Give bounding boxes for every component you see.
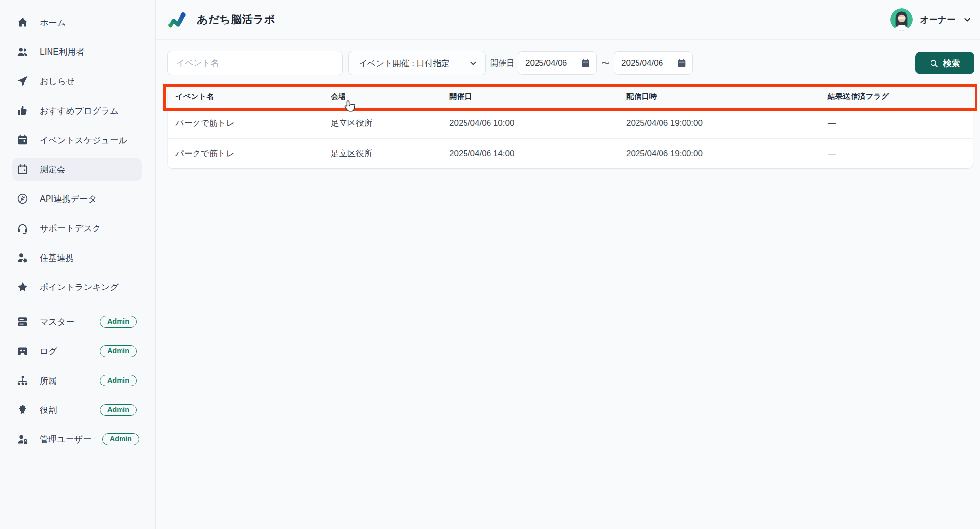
select-value: イベント開催 : 日付指定	[359, 58, 450, 69]
column-header-delivery-datetime[interactable]: 配信日時	[618, 92, 820, 102]
send-icon	[16, 75, 29, 88]
sidebar-item-label: ホーム	[40, 17, 66, 28]
sidebar-item-master[interactable]: マスター Admin	[0, 307, 148, 337]
cell-venue: 足立区役所	[323, 148, 441, 159]
cell-delivery-datetime: 2025/04/06 19:00:00	[618, 149, 820, 159]
sidebar-item-admin-users[interactable]: 管理ユーザー Admin	[0, 425, 148, 454]
home-icon	[16, 16, 29, 29]
calendar-small-icon	[677, 58, 686, 68]
sidebar: ホーム LINE利用者 おしらせ	[0, 0, 156, 529]
star-icon	[16, 281, 29, 293]
sidebar-item-log[interactable]: ログ Admin	[0, 337, 148, 366]
sidebar-item-label: サポートデスク	[40, 222, 101, 234]
cell-open-date: 2025/04/06 14:00	[441, 149, 618, 159]
column-header-open-date[interactable]: 開催日	[441, 92, 618, 102]
sidebar-item-line-users[interactable]: LINE利用者	[0, 37, 148, 67]
date-from-value: 2025/04/06	[525, 58, 567, 68]
sidebar-item-label: 住基連携	[40, 252, 74, 264]
date-range-separator: 〜	[601, 58, 610, 69]
sidebar-item-label: マスター	[40, 316, 74, 328]
admin-badge: Admin	[102, 433, 139, 445]
event-open-select[interactable]: イベント開催 : 日付指定	[348, 51, 486, 75]
users-icon	[16, 46, 29, 58]
user-role-label: オーナー	[920, 14, 956, 25]
sidebar-item-label: 所属	[40, 375, 57, 386]
sidebar-item-support-desk[interactable]: サポートデスク	[0, 214, 148, 243]
table-row[interactable]: パークで筋トレ 足立区役所 2025/04/06 14:00 2025/04/0…	[168, 138, 973, 168]
table-row[interactable]: パークで筋トレ 足立区役所 2025/04/06 10:00 2025/04/0…	[168, 108, 973, 138]
plug-icon	[16, 192, 29, 205]
sidebar-divider	[9, 305, 147, 305]
sidebar-item-affiliation[interactable]: 所属 Admin	[0, 366, 148, 395]
column-header-venue[interactable]: 会場	[323, 92, 441, 102]
admin-badge: Admin	[100, 375, 137, 386]
cell-result-sent-flag: —	[820, 149, 973, 159]
app-window: ホーム LINE利用者 おしらせ	[0, 0, 980, 529]
chevron-down-icon	[962, 15, 972, 24]
cell-delivery-datetime: 2025/04/06 19:00:00	[618, 119, 820, 128]
server-icon	[16, 315, 29, 328]
user-lock-icon	[16, 433, 29, 446]
sidebar-item-news[interactable]: おしらせ	[0, 67, 148, 96]
calendar-icon	[16, 134, 29, 146]
sidebar-item-label: おしらせ	[40, 75, 75, 87]
org-chart-icon	[16, 374, 29, 387]
app-logo-icon	[167, 10, 186, 29]
main-area: あだち脳活ラボ オーナー	[156, 0, 980, 529]
column-header-result-sent-flag[interactable]: 結果送信済フラグ	[820, 92, 973, 102]
table-header-row: イベント名 会場 開催日 配信日時 結果送信済フラグ	[168, 86, 973, 108]
filter-bar: イベント開催 : 日付指定 開催日 2025/04/06 〜 2025/04/0…	[167, 51, 974, 75]
search-icon	[930, 59, 939, 68]
date-from-picker[interactable]: 2025/04/06	[518, 51, 597, 75]
medal-icon	[16, 404, 29, 416]
cell-open-date: 2025/04/06 10:00	[441, 119, 618, 128]
cell-venue: 足立区役所	[323, 118, 441, 129]
sidebar-item-label: 管理ユーザー	[40, 433, 92, 445]
sidebar-item-programs[interactable]: おすすめプログラム	[0, 96, 148, 125]
avatar	[890, 8, 913, 31]
date-to-value: 2025/04/06	[621, 58, 663, 68]
sidebar-item-label: ポイントランキング	[40, 281, 119, 293]
admin-badge: Admin	[100, 404, 137, 416]
date-to-picker[interactable]: 2025/04/06	[614, 51, 693, 75]
cell-result-sent-flag: —	[820, 119, 973, 128]
sidebar-item-label: ログ	[40, 345, 57, 357]
app-header: あだち脳活ラボ オーナー	[156, 0, 980, 40]
date-caption: 開催日	[490, 58, 514, 69]
sidebar-item-label: イベントスケジュール	[40, 134, 127, 146]
sidebar-item-label: API連携データ	[40, 193, 97, 205]
log-icon	[16, 345, 29, 358]
cell-event-name: パークで筋トレ	[168, 148, 323, 159]
sidebar-item-label: LINE利用者	[40, 46, 84, 58]
page-title: あだち脳活ラボ	[197, 12, 275, 27]
column-header-event-name[interactable]: イベント名	[168, 92, 323, 102]
calendar-small-icon	[581, 58, 590, 68]
admin-badge: Admin	[100, 345, 137, 357]
calendar-outline-icon	[16, 163, 29, 176]
events-table: イベント名 会場 開催日 配信日時 結果送信済フラグ パークで筋トレ 足立区役所…	[168, 86, 973, 168]
sidebar-item-juki-link[interactable]: 住基連携	[0, 243, 148, 272]
sidebar-item-event-schedule[interactable]: イベントスケジュール	[0, 125, 148, 155]
headset-icon	[16, 222, 29, 235]
sidebar-item-label: おすすめプログラム	[40, 105, 119, 117]
search-button-label: 検索	[943, 57, 960, 69]
search-button[interactable]: 検索	[915, 52, 974, 74]
thumbs-up-icon	[16, 104, 29, 117]
sidebar-item-role[interactable]: 役割 Admin	[0, 395, 148, 425]
sidebar-item-label: 測定会	[40, 164, 66, 175]
sidebar-item-api-data[interactable]: API連携データ	[0, 184, 148, 214]
cell-event-name: パークで筋トレ	[168, 118, 323, 129]
sidebar-item-point-ranking[interactable]: ポイントランキング	[0, 272, 148, 302]
admin-badge: Admin	[100, 316, 137, 328]
chevron-down-icon	[468, 58, 478, 68]
user-gear-icon	[16, 251, 29, 264]
user-menu[interactable]: オーナー	[890, 8, 972, 31]
event-name-input[interactable]	[167, 51, 343, 75]
sidebar-item-measurement[interactable]: 測定会	[0, 155, 148, 184]
sidebar-item-label: 役割	[40, 404, 57, 416]
sidebar-item-home[interactable]: ホーム	[0, 8, 148, 37]
